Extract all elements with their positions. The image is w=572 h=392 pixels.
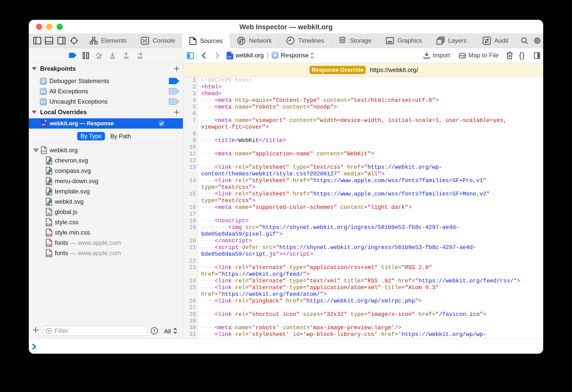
svg-text:JS: JS xyxy=(47,212,51,216)
svg-text:css: css xyxy=(47,253,52,257)
svg-text:<>: <> xyxy=(42,123,46,127)
svg-text:<>: <> xyxy=(228,55,232,59)
svg-text:css: css xyxy=(47,243,52,247)
svg-text:css: css xyxy=(47,233,52,236)
svg-text:css: css xyxy=(47,222,52,226)
svg-text:<>: <> xyxy=(42,149,46,153)
